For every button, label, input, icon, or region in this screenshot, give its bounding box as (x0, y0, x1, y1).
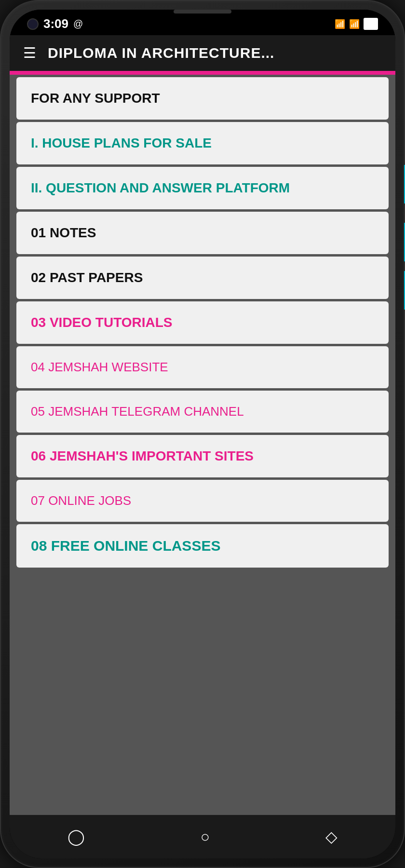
menu-item-free-classes[interactable]: 08 FREE ONLINE CLASSES (16, 524, 389, 568)
menu-item-house-plans-label: I. HOUSE PLANS FOR SALE (31, 136, 212, 151)
battery-level: 97 (364, 18, 378, 30)
signal-icon: 📶 (349, 19, 360, 29)
bottom-nav: ◯ ○ ◇ (10, 815, 395, 858)
menu-item-house-plans[interactable]: I. HOUSE PLANS FOR SALE (16, 122, 389, 164)
accent-bar (10, 71, 395, 75)
menu-item-free-classes-label: 08 FREE ONLINE CLASSES (31, 538, 220, 554)
menu-item-online-jobs-label: 07 ONLINE JOBS (31, 493, 131, 508)
menu-item-notes[interactable]: 01 NOTES (16, 212, 389, 254)
menu-item-website-label: 04 JEMSHAH WEBSITE (31, 360, 168, 375)
header-title: DIPLOMA IN ARCHITECTURE... (48, 45, 274, 61)
at-icon: @ (73, 18, 83, 29)
menu-item-support-label: FOR ANY SUPPORT (31, 91, 160, 106)
phone-frame: 3:09 @ 📶 📶 97 ☰ DIPLOMA IN ARCHITECTURE.… (0, 0, 405, 868)
menu-item-notes-label: 01 NOTES (31, 225, 96, 241)
content-area: FOR ANY SUPPORT I. HOUSE PLANS FOR SALE … (10, 75, 395, 815)
menu-item-website[interactable]: 04 JEMSHAH WEBSITE (16, 346, 389, 388)
menu-item-important-sites[interactable]: 06 JEMSHAH'S IMPORTANT SITES (16, 435, 389, 477)
hamburger-icon[interactable]: ☰ (23, 46, 36, 60)
menu-item-video-tutorials-label: 03 VIDEO TUTORIALS (31, 315, 173, 330)
back-button[interactable]: ◯ (68, 827, 85, 846)
menu-item-telegram-label: 05 JEMSHAH TELEGRAM CHANNEL (31, 404, 244, 419)
time-display: 3:09 (43, 16, 68, 31)
app-header: ☰ DIPLOMA IN ARCHITECTURE... (10, 35, 395, 71)
menu-item-support[interactable]: FOR ANY SUPPORT (16, 77, 389, 120)
status-left: 3:09 @ (27, 16, 83, 31)
menu-item-video-tutorials[interactable]: 03 VIDEO TUTORIALS (16, 301, 389, 344)
menu-item-telegram[interactable]: 05 JEMSHAH TELEGRAM CHANNEL (16, 391, 389, 433)
phone-screen: 3:09 @ 📶 📶 97 ☰ DIPLOMA IN ARCHITECTURE.… (10, 10, 395, 858)
menu-item-past-papers[interactable]: 02 PAST PAPERS (16, 257, 389, 299)
camera-icon (27, 18, 39, 30)
status-right: 📶 📶 97 (335, 18, 378, 30)
menu-item-qa-platform[interactable]: II. QUESTION AND ANSWER PLATFORM (16, 167, 389, 209)
home-button[interactable]: ○ (201, 828, 210, 846)
wifi-icon: 📶 (335, 19, 345, 29)
menu-item-online-jobs[interactable]: 07 ONLINE JOBS (16, 480, 389, 522)
menu-item-qa-platform-label: II. QUESTION AND ANSWER PLATFORM (31, 180, 290, 196)
menu-item-past-papers-label: 02 PAST PAPERS (31, 270, 143, 285)
menu-item-important-sites-label: 06 JEMSHAH'S IMPORTANT SITES (31, 448, 254, 464)
notch (174, 10, 231, 14)
recent-button[interactable]: ◇ (325, 827, 338, 846)
